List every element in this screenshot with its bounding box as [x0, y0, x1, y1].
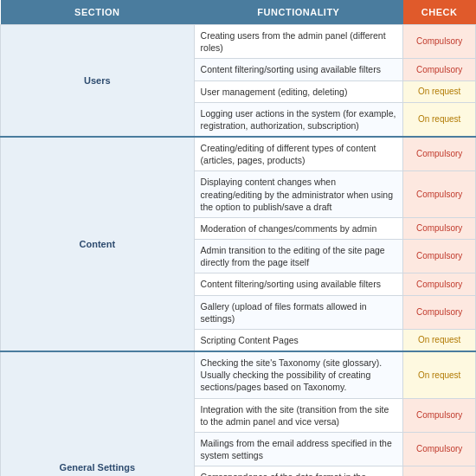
functionality-cell: Creating/editing of different types of c…	[194, 137, 403, 171]
check-cell: Compulsory	[403, 273, 476, 295]
check-cell: Compulsory	[403, 137, 476, 171]
check-cell: Compulsory	[403, 466, 476, 476]
check-cell: On request	[403, 351, 476, 398]
check-cell: Compulsory	[403, 240, 476, 273]
section-cell-content: Content	[1, 137, 195, 351]
section-cell-general-settings: General Settings	[1, 351, 195, 476]
section-cell-users: Users	[1, 25, 195, 138]
check-cell: On request	[403, 329, 476, 351]
check-cell: Compulsory	[403, 432, 476, 466]
functionality-cell: Integration with the site (transition fr…	[194, 398, 403, 432]
functionality-cell: Content filtering/sorting using availabl…	[194, 59, 403, 80]
functionality-cell: Scripting Content Pages	[194, 329, 403, 351]
functionality-header: FUNCTIONALITY	[194, 0, 403, 25]
functionality-cell: Content filtering/sorting using availabl…	[194, 273, 403, 295]
functionality-cell: Creating users from the admin panel (dif…	[194, 25, 403, 59]
check-header: CHECK	[403, 0, 476, 25]
check-cell: Compulsory	[403, 171, 476, 218]
functionality-cell: Displaying content changes when creating…	[194, 171, 403, 218]
functionality-cell: Correspondence of the date format in the…	[194, 466, 403, 476]
check-cell: Compulsory	[403, 398, 476, 432]
functionality-cell: Moderation of changes/comments by admin	[194, 217, 403, 239]
check-cell: On request	[403, 80, 476, 102]
main-table: SECTION FUNCTIONALITY CHECK UsersCreatin…	[0, 0, 476, 476]
functionality-cell: Mailings from the email address specifie…	[194, 432, 403, 466]
functionality-cell: Checking the site's Taxonomy (site gloss…	[194, 351, 403, 398]
functionality-cell: User management (editing, deleting)	[194, 80, 403, 102]
check-cell: Compulsory	[403, 295, 476, 329]
section-header: SECTION	[1, 0, 195, 25]
check-cell: Compulsory	[403, 25, 476, 59]
functionality-cell: Admin transition to the editing of the s…	[194, 240, 403, 273]
check-cell: On request	[403, 102, 476, 137]
check-cell: Compulsory	[403, 59, 476, 80]
check-cell: Compulsory	[403, 217, 476, 239]
functionality-cell: Gallery (upload of files formats allowed…	[194, 295, 403, 329]
functionality-cell: Logging user actions in the system (for …	[194, 102, 403, 137]
